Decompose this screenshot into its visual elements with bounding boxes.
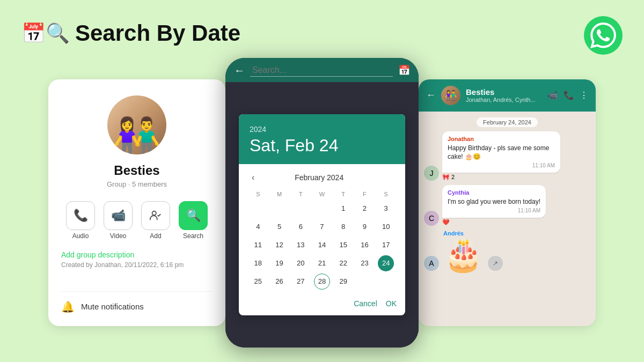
search-icon-circle: 🔍 xyxy=(179,201,208,230)
page-header: 📅🔍 Search By Date xyxy=(21,20,240,46)
cal-day-24-selected[interactable]: 24 xyxy=(378,255,394,271)
cal-day-20[interactable]: 20 xyxy=(292,255,309,271)
add-button[interactable]: Add xyxy=(141,201,170,240)
search-input[interactable] xyxy=(250,64,393,77)
cynthia-message-time: 11:10 AM xyxy=(448,208,540,213)
mute-notifications-row[interactable]: 🔔 Mute notifications xyxy=(61,291,213,313)
chat-info: Besties Jonathan, Andrés, Cynth... xyxy=(466,87,542,103)
back-arrow-icon[interactable]: ← xyxy=(234,64,245,77)
search-label: Search xyxy=(183,232,203,240)
cal-day-11[interactable]: 11 xyxy=(250,237,266,253)
cal-day-26[interactable]: 26 xyxy=(272,274,288,290)
week-2: 4 5 6 7 8 9 10 xyxy=(247,218,397,236)
cal-day-13[interactable]: 13 xyxy=(292,237,309,253)
dow-sun: S xyxy=(247,189,269,200)
contact-info-panel: 👫 Besties Group · 5 members 📞 Audio 📹 Vi… xyxy=(48,79,225,326)
message-row-andres: A Andrés 🎂 ↗ xyxy=(424,230,590,271)
cal-day-12[interactable]: 12 xyxy=(272,237,288,253)
cal-day-8[interactable]: 8 xyxy=(335,219,352,235)
page-title: Search By Date xyxy=(75,20,240,46)
month-year-label: February 2024 xyxy=(295,173,343,182)
chat-group-name: Besties xyxy=(466,87,542,97)
cal-day-17[interactable]: 17 xyxy=(378,237,394,253)
cynthia-name: Cynthia xyxy=(448,189,540,196)
cal-day-23[interactable]: 23 xyxy=(356,255,372,271)
birthday-cake-sticker: 🎂 xyxy=(443,239,484,271)
calendar-icon[interactable]: 📅 xyxy=(398,64,410,76)
panels-container: 👫 Besties Group · 5 members 📞 Audio 📹 Vi… xyxy=(21,64,623,341)
audio-label: Audio xyxy=(72,232,89,240)
cal-day-19[interactable]: 19 xyxy=(272,255,288,271)
prev-month-button[interactable]: ‹ xyxy=(250,171,257,184)
mute-label: Mute notifications xyxy=(81,302,144,311)
sticker-share-button[interactable]: ↗ xyxy=(488,256,503,271)
cal-day-27[interactable]: 27 xyxy=(292,274,309,290)
cancel-button[interactable]: Cancel xyxy=(354,299,377,308)
cal-day-25[interactable]: 25 xyxy=(250,274,266,290)
dow-mon: M xyxy=(269,189,290,200)
group-desc-link[interactable]: Add group description xyxy=(61,250,134,259)
jonathan-reactions: 🎀 2 xyxy=(442,174,560,181)
audio-button[interactable]: 📞 Audio xyxy=(66,201,95,240)
video-call-icon[interactable]: 📹 xyxy=(547,90,558,100)
cal-day-14[interactable]: 14 xyxy=(314,237,330,253)
video-button[interactable]: 📹 Video xyxy=(104,201,133,240)
audio-icon-circle: 📞 xyxy=(66,201,95,230)
calendar-nav: ‹ February 2024 xyxy=(239,164,405,187)
cal-day-2[interactable]: 2 xyxy=(356,201,372,217)
chat-back-arrow[interactable]: ← xyxy=(426,90,436,101)
jonathan-avatar: J xyxy=(424,166,439,181)
cal-day-22[interactable]: 22 xyxy=(335,255,352,271)
week-3: 11 12 13 14 15 16 17 xyxy=(247,236,397,254)
message-row-cynthia: C Cynthia I'm so glad you were born toda… xyxy=(424,185,590,226)
cal-day-7[interactable]: 7 xyxy=(314,219,330,235)
contact-avatar: 👫 xyxy=(107,95,166,154)
dow-tue: T xyxy=(290,189,311,200)
search-button[interactable]: 🔍 Search xyxy=(179,201,208,240)
ok-button[interactable]: OK xyxy=(386,299,397,308)
phone-call-icon[interactable]: 📞 xyxy=(564,90,574,100)
more-options-icon[interactable]: ⋮ xyxy=(580,90,588,100)
week-5: 25 26 27 28 29 xyxy=(247,272,397,291)
contact-name: Besties xyxy=(114,163,159,178)
cynthia-message-bubble: Cynthia I'm so glad you were born today!… xyxy=(442,185,546,218)
avatar-image: 👫 xyxy=(113,118,161,154)
cal-day-15[interactable]: 15 xyxy=(335,237,352,253)
week-4: 18 19 20 21 22 23 24 xyxy=(247,254,397,272)
cal-day-28-today[interactable]: 28 xyxy=(314,274,330,290)
cal-day-1[interactable]: 1 xyxy=(335,201,352,217)
cal-day-21[interactable]: 21 xyxy=(314,255,330,271)
cal-day-16[interactable]: 16 xyxy=(356,237,372,253)
dow-sat: S xyxy=(375,189,397,200)
cal-day-9[interactable]: 9 xyxy=(356,219,372,235)
dow-wed: W xyxy=(311,189,333,200)
cal-day-18[interactable]: 18 xyxy=(250,255,266,271)
cal-day-6[interactable]: 6 xyxy=(292,219,309,235)
action-buttons-row: 📞 Audio 📹 Video Add 🔍 Search xyxy=(66,201,208,240)
andres-name: Andrés xyxy=(443,230,503,237)
calendar-search-icon: 📅🔍 xyxy=(21,22,70,45)
phone-top-bar: ← 📅 xyxy=(225,58,419,82)
week-1: 1 2 3 xyxy=(247,200,397,218)
calendar-dialog: 2024 Sat, Feb 24 ‹ February 2024 S M T W… xyxy=(239,114,405,315)
add-icon-circle xyxy=(141,201,170,230)
cal-day-3[interactable]: 3 xyxy=(378,201,394,217)
cal-day-29[interactable]: 29 xyxy=(335,274,352,290)
cal-day-4[interactable]: 4 xyxy=(250,219,266,235)
date-divider: February 24, 2024 xyxy=(424,117,590,127)
contact-subtitle: Group · 5 members xyxy=(107,180,167,188)
calendar-actions: Cancel OK xyxy=(239,295,405,315)
jonathan-message-bubble: Jonathan Happy Birthday - pls save me so… xyxy=(442,131,560,173)
bell-icon: 🔔 xyxy=(61,300,75,313)
svg-point-0 xyxy=(152,211,156,215)
chat-panel: ← 👫 Besties Jonathan, Andrés, Cynth... 📹… xyxy=(419,79,596,326)
cal-day-5[interactable]: 5 xyxy=(272,219,288,235)
group-created-text: Created by Jonathan, 20/11/2022, 6:16 pm xyxy=(61,261,184,269)
dow-fri: F xyxy=(354,189,376,200)
cynthia-reactions: ❤️ xyxy=(442,219,546,226)
cal-day-10[interactable]: 10 xyxy=(378,219,394,235)
date-divider-text: February 24, 2024 xyxy=(477,117,538,127)
cynthia-avatar: C xyxy=(424,211,439,226)
dow-thu: T xyxy=(333,189,354,200)
calendar-grid: S M T W T F S 1 2 xyxy=(239,187,405,295)
